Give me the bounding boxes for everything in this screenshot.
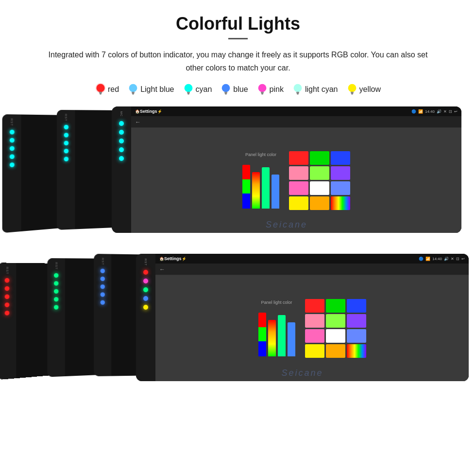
svg-point-3: [129, 84, 137, 92]
color-item-pink: pink: [257, 83, 284, 96]
svg-rect-17: [297, 94, 299, 95]
blue-label: blue: [233, 85, 248, 94]
bottom-device-card-main: RST 🏠 Settings ⚡ 🔵 📶 14:40: [136, 254, 469, 381]
watermark-top: Seicane: [266, 220, 307, 230]
status-bar-title: Settings: [140, 109, 157, 114]
bottom-status-time: 14:40: [432, 257, 442, 261]
svg-point-6: [184, 84, 192, 92]
svg-rect-5: [132, 94, 134, 95]
cyan-bulb-icon: [183, 83, 194, 96]
color-item-lightblue: Light blue: [128, 83, 174, 96]
color-indicators-row: red Light blue cyan blue: [0, 83, 476, 96]
svg-rect-8: [187, 94, 189, 95]
description: Integrated with 7 colors of button indic…: [29, 48, 447, 74]
page-title: Colorful Lights: [0, 0, 476, 38]
svg-point-0: [97, 84, 105, 92]
top-device-group: RST RST: [0, 106, 476, 250]
svg-point-15: [294, 84, 302, 92]
red-bulb-icon: [95, 83, 106, 96]
svg-point-9: [222, 84, 230, 92]
top-status-time: 14:40: [425, 109, 435, 114]
yellow-bulb-icon: [347, 83, 357, 96]
yellow-label: yellow: [359, 85, 381, 94]
color-item-cyan: cyan: [183, 83, 212, 96]
panel-light-label-bottom: Panel light color: [261, 300, 292, 305]
svg-rect-1: [99, 92, 102, 94]
lightblue-bulb-icon: [128, 83, 138, 96]
blue-bulb-icon: [221, 83, 231, 96]
svg-rect-7: [187, 92, 190, 94]
lightcyan-label: light cyan: [305, 85, 338, 94]
svg-rect-14: [261, 94, 263, 95]
color-item-red: red: [95, 83, 119, 96]
top-device-card-main: MC 🏠 Settings ⚡ 🔵 📶 14:40: [112, 106, 461, 233]
watermark-bottom: Seicane: [281, 368, 323, 378]
svg-rect-2: [100, 94, 102, 95]
color-item-lightcyan: light cyan: [292, 83, 338, 96]
svg-rect-13: [261, 92, 264, 94]
svg-point-12: [258, 84, 266, 92]
svg-rect-16: [296, 92, 299, 94]
red-label: red: [108, 85, 119, 94]
svg-point-18: [348, 84, 356, 92]
cyan-label: cyan: [196, 85, 212, 94]
svg-rect-4: [132, 92, 135, 94]
svg-rect-11: [225, 94, 227, 95]
pink-bulb-icon: [257, 83, 268, 96]
color-item-yellow: yellow: [347, 83, 381, 96]
svg-rect-10: [225, 92, 228, 94]
svg-rect-20: [351, 94, 353, 95]
title-divider: [228, 38, 248, 39]
bottom-nav-title: Settings: [164, 256, 182, 261]
svg-rect-19: [351, 92, 354, 94]
color-item-blue: blue: [221, 83, 248, 96]
lightblue-label: Light blue: [140, 85, 174, 94]
lightcyan-bulb-icon: [292, 83, 303, 96]
panel-light-label-top: Panel light color: [245, 152, 276, 157]
bottom-device-group: RST RST RST: [0, 254, 476, 400]
pink-label: pink: [270, 85, 284, 94]
